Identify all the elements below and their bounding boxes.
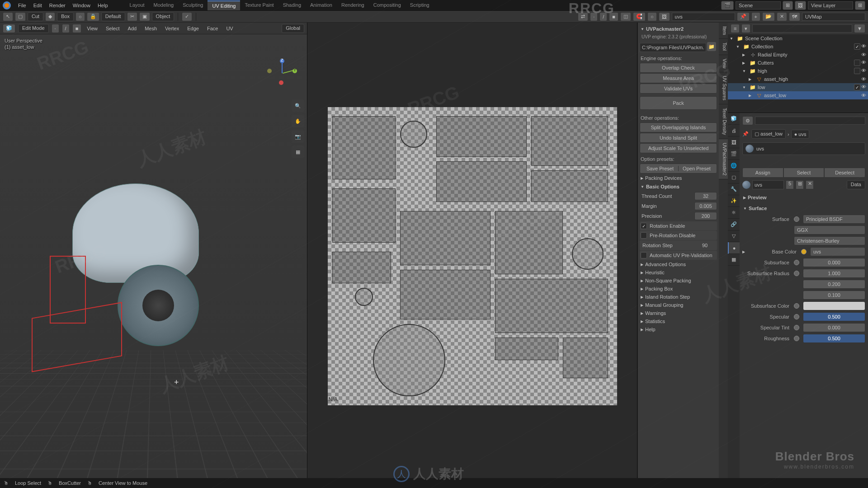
sss-radius-node-dot[interactable] xyxy=(794,271,799,276)
tab-modeling[interactable]: Modeling xyxy=(149,0,179,10)
eye-icon[interactable]: 👁 xyxy=(861,52,866,57)
uvpack-path-input[interactable] xyxy=(640,43,706,52)
uvmap-input[interactable] xyxy=(802,13,865,21)
margin-value[interactable]: 0.005 xyxy=(694,202,717,210)
pack-button[interactable]: Pack xyxy=(640,96,717,110)
proptab-output-icon[interactable]: 🖨 xyxy=(728,125,740,136)
split-overlapping-button[interactable]: Split Overlapping Islands xyxy=(640,122,717,132)
menu-face[interactable]: Face xyxy=(204,26,221,31)
sss-radius-y[interactable]: 0.200 xyxy=(803,280,865,289)
material-name-input[interactable] xyxy=(752,180,784,189)
sss-color-node-dot[interactable] xyxy=(794,303,799,309)
uv-editor[interactable]: N/A xyxy=(307,23,637,478)
outliner-search-input[interactable] xyxy=(752,24,852,33)
menu-uv[interactable]: UV xyxy=(223,26,236,31)
proptab-texture-icon[interactable]: ▦ xyxy=(728,254,740,266)
n-tab-tool[interactable]: Tool xyxy=(719,39,728,55)
mat-browse-icon[interactable] xyxy=(742,181,750,189)
rotation-enable-row[interactable]: Rotation Enable xyxy=(640,221,717,230)
proptab-render-icon[interactable]: 🧊 xyxy=(728,113,740,125)
mat-users[interactable]: 5 xyxy=(786,180,794,189)
image-name-input[interactable] xyxy=(672,13,735,21)
uvmap-browse-icon[interactable]: 🗺 xyxy=(789,12,800,21)
sss-radius-x[interactable]: 1.000 xyxy=(803,269,865,278)
island-rotation-section[interactable]: Island Rotation Step xyxy=(640,293,717,301)
proptab-constraint-icon[interactable]: 🔗 xyxy=(728,219,740,230)
packing-box-section[interactable]: Packing Box xyxy=(640,285,717,293)
proptab-material-icon[interactable]: ● xyxy=(728,242,740,254)
navigation-gizmo[interactable] xyxy=(266,59,298,90)
sss-method-dropdown[interactable]: Christensen-Burley xyxy=(794,236,865,245)
preview-section[interactable]: Preview xyxy=(742,192,865,203)
persp-ortho-icon[interactable]: ▦ xyxy=(292,145,304,158)
tree-asset-high[interactable]: ▶▽ asset_high 👁 xyxy=(728,75,868,83)
pin-icon[interactable]: 📌 xyxy=(742,131,750,137)
n-tab-item[interactable]: Item xyxy=(719,23,728,39)
subsurface-node-dot[interactable] xyxy=(794,260,799,265)
prerotation-disable-checkbox[interactable] xyxy=(641,232,647,239)
mode-dropdown[interactable]: Edit Mode xyxy=(18,24,49,33)
specular-value[interactable]: 0.500 xyxy=(803,312,865,321)
menu-view[interactable]: View xyxy=(84,26,100,31)
eye-icon[interactable]: 👁 xyxy=(861,68,866,74)
tab-compositing[interactable]: Compositing xyxy=(369,0,406,10)
cut-dropdown[interactable]: Cut xyxy=(28,12,43,21)
auto-prevalidation-checkbox[interactable] xyxy=(641,252,647,258)
adjust-scale-button[interactable]: Adjust Scale To Unselected xyxy=(640,143,717,153)
image-unlink-icon[interactable]: ✕ xyxy=(777,12,787,21)
shape-circle-icon[interactable]: ○ xyxy=(75,12,85,21)
help-section[interactable]: Help xyxy=(640,325,717,333)
mat-new-btn[interactable]: ⊞ xyxy=(796,180,804,189)
high-exclude-checkbox[interactable] xyxy=(854,68,860,74)
proptab-object-icon[interactable]: ▢ xyxy=(728,172,740,183)
eye-icon[interactable]: 👁 xyxy=(861,93,866,98)
uv-select-island-icon[interactable]: ◫ xyxy=(620,12,631,21)
deselect-button[interactable]: Deselect xyxy=(824,168,865,178)
props-search-input[interactable] xyxy=(755,117,865,125)
breadcrumb-object[interactable]: ▢ asset_low xyxy=(751,129,786,139)
uv-select-face-icon[interactable]: ■ xyxy=(609,12,618,21)
link-data-dropdown[interactable]: Data xyxy=(847,180,865,189)
basic-options-section[interactable]: Basic Options xyxy=(640,182,717,191)
auto-prevalidation-row[interactable]: Automatic UV Pre-Validation xyxy=(640,251,717,260)
tab-layout[interactable]: Layout xyxy=(125,0,149,10)
advanced-options-section[interactable]: Advanced Options xyxy=(640,260,717,268)
tree-asset-low[interactable]: ▶▽ asset_low 👁 xyxy=(728,91,868,99)
orientation-dropdown[interactable]: Global xyxy=(282,24,304,33)
cursor-tool-icon[interactable]: ↖ xyxy=(3,12,13,21)
proptab-world-icon[interactable]: 🌐 xyxy=(728,160,740,172)
make-icon[interactable]: ▣ xyxy=(139,12,150,21)
menu-mesh[interactable]: Mesh xyxy=(142,26,160,31)
assign-button[interactable]: Assign xyxy=(742,168,783,178)
base-color-node-dot[interactable] xyxy=(801,249,807,254)
surface-node-dot[interactable] xyxy=(794,216,799,222)
outliner-editor-icon[interactable]: ≡ xyxy=(731,24,740,33)
tab-animation[interactable]: Animation xyxy=(306,0,337,10)
distribution-dropdown[interactable]: GGX xyxy=(794,225,865,235)
tree-radial-empty[interactable]: ▶⊹ Radial Empty 👁 xyxy=(728,51,868,59)
tree-low[interactable]: ▼📁 low 👁 xyxy=(728,83,868,91)
scene-browse-icon[interactable]: 🎬 xyxy=(721,1,734,10)
base-color-texture[interactable]: uvs xyxy=(810,247,865,256)
cutters-exclude-checkbox[interactable] xyxy=(854,60,860,66)
uv-canvas[interactable]: N/A xyxy=(328,107,617,405)
n-tab-uvsquares[interactable]: UV Squares xyxy=(719,72,728,104)
scene-new-btn[interactable]: ⊞ xyxy=(783,1,793,10)
viewport-3d[interactable]: 🧊 Edit Mode · / ■ View Select Add Mesh V… xyxy=(0,23,307,478)
open-preset-button[interactable]: Open Preset xyxy=(679,166,715,171)
menu-edit[interactable]: Edit xyxy=(30,3,46,8)
mod-icon[interactable]: ◆ xyxy=(45,12,55,21)
proptab-modifier-icon[interactable]: 🔧 xyxy=(728,183,740,195)
manual-grouping-section[interactable]: Manual Grouping xyxy=(640,301,717,309)
object-dropdown[interactable]: Object xyxy=(152,12,175,21)
scene-name-input[interactable] xyxy=(736,1,781,9)
precision-value[interactable]: 200 xyxy=(694,212,717,220)
measure-area-button[interactable]: Measure Area xyxy=(640,73,717,83)
apply-icon[interactable]: ✓ xyxy=(182,12,192,21)
camera-icon[interactable]: 📷 xyxy=(292,130,304,143)
menu-edge[interactable]: Edge xyxy=(184,26,202,31)
eye-icon[interactable]: 👁 xyxy=(861,43,866,50)
surface-shader-dropdown[interactable]: Principled BSDF xyxy=(803,215,865,224)
statistics-section[interactable]: Statistics xyxy=(640,317,717,325)
outliner-filter-icon[interactable]: ▼ xyxy=(854,24,865,33)
